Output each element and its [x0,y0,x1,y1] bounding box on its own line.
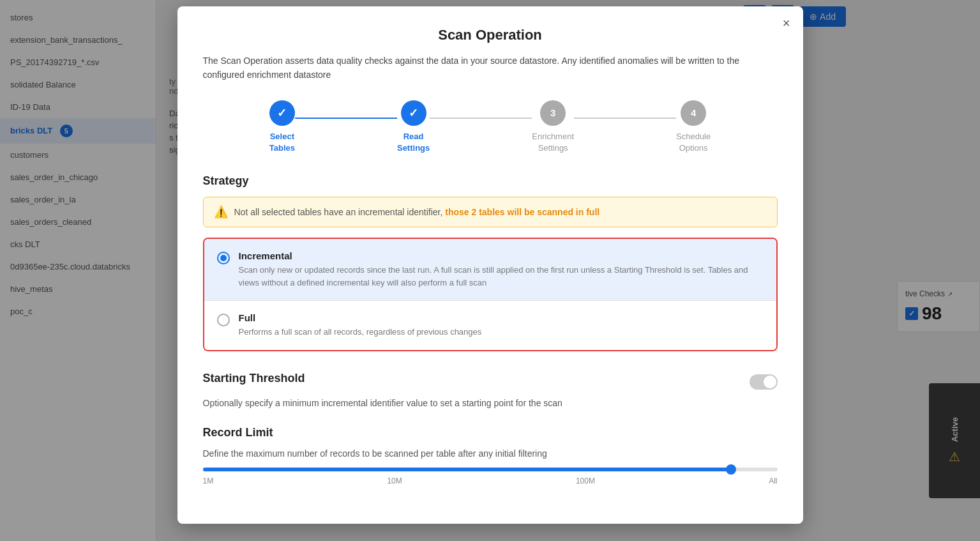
incremental-radio[interactable] [217,252,230,264]
threshold-row: Starting Threshold [203,372,778,394]
record-limit-section: Record Limit Define the maximum number o… [203,426,778,485]
slider-label-100m: 100M [576,476,595,485]
slider-thumb[interactable] [726,464,736,475]
step-2-label: ReadSettings [397,131,430,154]
step-3-circle: 3 [540,100,566,126]
warning-icon: ⚠️ [214,205,228,219]
step-connector-3 [574,118,676,119]
threshold-toggle[interactable] [750,374,778,390]
warning-highlight: those 2 tables will be scanned in full [445,207,599,217]
step-enrichment: 3 EnrichmentSettings [532,100,574,154]
step-schedule: 4 ScheduleOptions [676,100,711,154]
step-connector-2 [430,118,532,119]
slider-label-10m: 10M [387,476,402,485]
step-read-settings: ✓ ReadSettings [397,100,430,154]
scan-operation-modal: × Scan Operation The Scan Operation asse… [177,6,803,524]
incremental-option[interactable]: Incremental Scan only new or updated rec… [204,239,776,301]
close-button[interactable]: × [783,17,790,29]
threshold-title: Starting Threshold [203,372,305,385]
slider-label-all: All [769,476,777,485]
slider-fill [203,468,732,471]
step-connector-1 [295,118,397,119]
threshold-desc: Optionally specify a minimum incremental… [203,398,778,408]
record-limit-desc: Define the maximum number of records to … [203,448,778,459]
modal-title: Scan Operation [203,27,778,43]
step-select-tables: ✓ SelectTables [269,100,295,154]
step-2-circle: ✓ [401,100,426,126]
warning-banner: ⚠️ Not all selected tables have an incre… [203,197,778,227]
slider-container: 1M 10M 100M All [203,468,778,485]
step-4-label: ScheduleOptions [676,131,711,154]
slider-label-1m: 1M [203,476,214,485]
slider-track [203,468,778,471]
incremental-title: Incremental [239,250,764,261]
full-desc: Performs a full scan of all records, reg… [239,326,482,339]
full-radio[interactable] [217,314,230,326]
step-3-label: EnrichmentSettings [532,131,574,154]
strategy-title: Strategy [203,174,778,188]
full-content: Full Performs a full scan of all records… [239,312,482,339]
full-option[interactable]: Full Performs a full scan of all records… [204,301,776,350]
stepper: ✓ SelectTables ✓ ReadSettings 3 Enrichme… [203,100,778,154]
step-4-circle: 4 [681,100,706,126]
full-title: Full [239,312,482,323]
record-limit-title: Record Limit [203,426,778,439]
warning-text: Not all selected tables have an incremen… [234,207,600,217]
incremental-content: Incremental Scan only new or updated rec… [239,250,764,289]
step-1-label: SelectTables [269,131,295,154]
slider-labels: 1M 10M 100M All [203,476,778,485]
modal-description: The Scan Operation asserts data quality … [203,54,778,82]
modal-overlay: × Scan Operation The Scan Operation asse… [0,0,980,541]
step-1-circle: ✓ [269,100,295,126]
strategy-options-box: Incremental Scan only new or updated rec… [203,238,778,351]
incremental-desc: Scan only new or updated records since t… [239,264,764,289]
starting-threshold-section: Starting Threshold Optionally specify a … [203,372,778,408]
